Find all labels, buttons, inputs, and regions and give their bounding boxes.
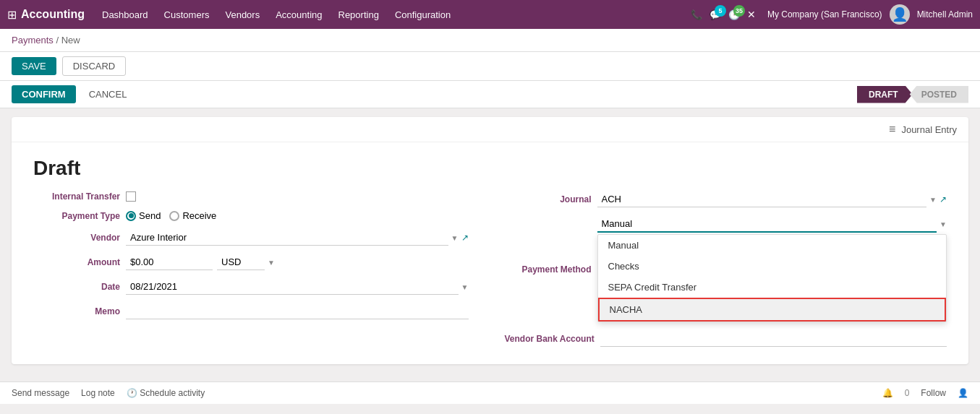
nav-menu: Dashboard Customers Vendors Accounting R… bbox=[95, 5, 686, 25]
vendor-bank-account-wrapper bbox=[600, 331, 947, 347]
grid-icon[interactable]: ⊞ bbox=[7, 8, 17, 22]
schedule-activity-btn[interactable]: 🕐 Schedule activity bbox=[127, 388, 205, 398]
nav-item-customers[interactable]: Customers bbox=[157, 5, 217, 25]
dropdown-item-sepa[interactable]: SEPA Credit Transfer bbox=[598, 277, 947, 298]
breadcrumb-separator: / bbox=[56, 35, 61, 46]
internal-transfer-row: Internal Transfer bbox=[33, 191, 469, 202]
footer-bar: Send message Log note 🕐 Schedule activit… bbox=[0, 381, 980, 404]
memo-row: Memo bbox=[33, 303, 469, 319]
user-name: Mitchell Admin bbox=[917, 9, 973, 20]
radio-send-label: Send bbox=[139, 210, 161, 221]
footer-right: 🔔 0 Follow 👤 bbox=[882, 388, 968, 398]
save-button[interactable]: SAVE bbox=[12, 57, 56, 75]
status-draft[interactable]: DRAFT bbox=[857, 86, 913, 103]
dropdown-item-checks[interactable]: Checks bbox=[598, 256, 947, 277]
memo-label: Memo bbox=[33, 306, 120, 316]
breadcrumb-parent[interactable]: Payments bbox=[12, 35, 54, 46]
company-name: My Company (San Francisco) bbox=[767, 9, 882, 20]
messages-icon-btn[interactable]: 💬 5 bbox=[710, 9, 721, 20]
top-navigation: ⊞ Accounting Dashboard Customers Vendors… bbox=[0, 0, 980, 29]
user-avatar[interactable]: 👤 bbox=[890, 4, 910, 25]
amount-label: Amount bbox=[33, 257, 120, 267]
followers-icon: 🔔 bbox=[882, 388, 893, 398]
breadcrumb: Payments / New bbox=[0, 29, 980, 52]
radio-receive[interactable]: Receive bbox=[169, 210, 216, 221]
journal-entry-header: ≡ Journal Entry bbox=[12, 117, 968, 142]
radio-receive-dot bbox=[169, 211, 179, 221]
confirm-bar: CONFIRM CANCEL DRAFT POSTED bbox=[0, 81, 980, 108]
nav-item-accounting[interactable]: Accounting bbox=[268, 5, 329, 25]
journal-row: Journal ▼ ↗ bbox=[505, 191, 947, 207]
payment-method-dropdown: Manual Checks SEPA Credit Transfer NACHA bbox=[597, 234, 947, 322]
form-grid: Internal Transfer Payment Type Send Rece… bbox=[12, 191, 968, 364]
action-bar: SAVE DISCARD bbox=[0, 52, 980, 81]
form-title: Draft bbox=[12, 142, 968, 191]
date-dropdown-arrow: ▼ bbox=[461, 283, 469, 291]
vendor-label: Vendor bbox=[33, 233, 120, 243]
log-note-btn[interactable]: Log note bbox=[81, 388, 115, 398]
discard-button[interactable]: DISCARD bbox=[62, 56, 127, 76]
nav-item-configuration[interactable]: Configuration bbox=[388, 5, 458, 25]
memo-input[interactable] bbox=[126, 303, 469, 319]
vendor-dropdown-arrow: ▼ bbox=[451, 234, 459, 242]
payment-method-area: ▼ Manual Checks SEPA Credit Transfer NAC… bbox=[597, 216, 947, 322]
add-follower-icon[interactable]: 👤 bbox=[958, 388, 968, 398]
clock-icon: 🕐 bbox=[127, 388, 137, 398]
phone-icon: 📞 bbox=[691, 9, 702, 20]
radio-receive-label: Receive bbox=[182, 210, 216, 221]
payment-method-input[interactable] bbox=[597, 216, 937, 233]
cancel-button[interactable]: CANCEL bbox=[82, 85, 135, 103]
messages-badge: 5 bbox=[715, 5, 726, 17]
status-posted[interactable]: POSTED bbox=[910, 86, 968, 103]
send-message-btn[interactable]: Send message bbox=[12, 388, 69, 398]
status-bar: DRAFT POSTED bbox=[857, 86, 968, 103]
vendor-bank-account-input[interactable] bbox=[600, 331, 947, 347]
radio-send-dot bbox=[126, 211, 136, 221]
radio-send[interactable]: Send bbox=[126, 210, 161, 221]
follow-button[interactable]: Follow bbox=[921, 388, 946, 398]
vendor-input[interactable] bbox=[126, 230, 448, 246]
nav-item-reporting[interactable]: Reporting bbox=[331, 5, 386, 25]
nav-item-dashboard[interactable]: Dashboard bbox=[95, 5, 155, 25]
currency-select-wrapper: USD ▼ bbox=[217, 254, 275, 270]
close-icon[interactable]: ✕ bbox=[747, 9, 756, 20]
payment-method-label: Payment Method bbox=[505, 264, 592, 275]
journal-entry-link[interactable]: Journal Entry bbox=[901, 124, 957, 135]
journal-input[interactable] bbox=[597, 191, 927, 207]
confirm-button[interactable]: CONFIRM bbox=[12, 85, 76, 103]
dropdown-item-manual[interactable]: Manual bbox=[598, 235, 947, 256]
vendor-external-link[interactable]: ↗ bbox=[461, 233, 469, 243]
dropdown-item-nacha[interactable]: NACHA bbox=[598, 298, 947, 322]
phone-icon-btn[interactable]: 📞 bbox=[691, 9, 702, 20]
journal-external-link[interactable]: ↗ bbox=[939, 194, 947, 204]
date-select-wrapper: ▼ bbox=[126, 279, 469, 295]
activity-icon-btn[interactable]: 🕐 35 bbox=[728, 9, 740, 20]
payment-type-label: Payment Type bbox=[33, 211, 120, 221]
amount-input[interactable] bbox=[126, 254, 213, 270]
breadcrumb-current: New bbox=[61, 35, 80, 46]
vendor-bank-account-row: Vendor Bank Account bbox=[505, 331, 947, 347]
hamburger-icon: ≡ bbox=[889, 123, 895, 136]
journal-label: Journal bbox=[505, 194, 592, 204]
internal-transfer-label: Internal Transfer bbox=[33, 191, 120, 202]
amount-input-group: USD ▼ bbox=[126, 254, 469, 270]
payment-type-radio-group: Send Receive bbox=[126, 210, 216, 221]
payment-type-row: Payment Type Send Receive bbox=[33, 210, 469, 221]
form-card: ≡ Journal Entry Draft Internal Transfer … bbox=[12, 117, 968, 364]
date-row: Date ▼ bbox=[33, 279, 469, 295]
vendor-select-wrapper: ▼ ↗ bbox=[126, 230, 469, 246]
date-label: Date bbox=[33, 282, 120, 292]
internal-transfer-checkbox[interactable] bbox=[126, 191, 136, 202]
amount-row: Amount USD ▼ bbox=[33, 254, 469, 270]
currency-select[interactable]: USD bbox=[217, 254, 265, 270]
payment-method-row: Payment Method ▼ Manual Checks SEPA Cred… bbox=[505, 216, 947, 322]
journal-select-wrapper: ▼ ↗ bbox=[597, 191, 947, 207]
followers-count: 0 bbox=[905, 388, 910, 398]
activity-badge: 35 bbox=[733, 5, 745, 17]
app-name: Accounting bbox=[21, 8, 85, 21]
nav-item-vendors[interactable]: Vendors bbox=[218, 5, 267, 25]
payment-method-dropdown-arrow: ▼ bbox=[939, 220, 947, 228]
date-input[interactable] bbox=[126, 279, 459, 295]
form-left: Internal Transfer Payment Type Send Rece… bbox=[33, 191, 490, 347]
vendor-bank-account-label: Vendor Bank Account bbox=[505, 334, 595, 344]
